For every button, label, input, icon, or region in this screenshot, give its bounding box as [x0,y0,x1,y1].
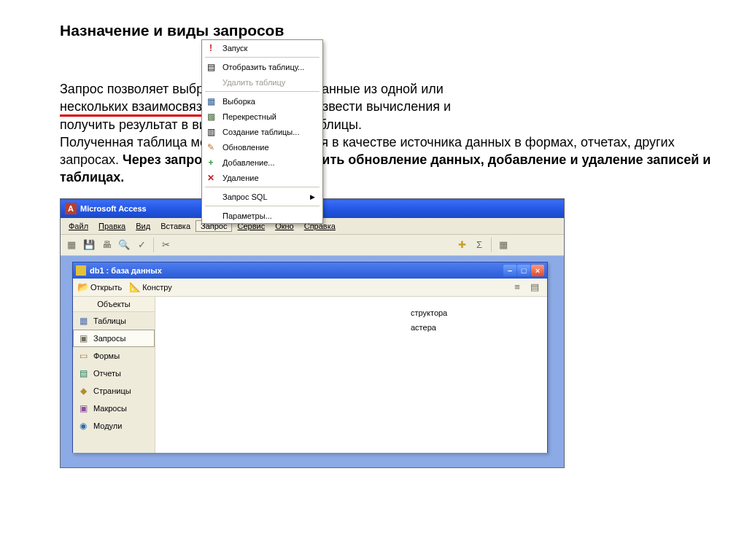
para-bold: Через запрос можно производить обновлени… [60,152,711,184]
dd-append[interactable]: + Добавление... [202,155,322,170]
dd-update[interactable]: ✎ Обновление [202,139,322,155]
reports-icon: ▤ [77,368,89,379]
design-label: Констру [142,283,172,292]
database-window: db1 : база данных – □ × 📂 Открыть 📐 Конс… [72,262,548,453]
db-icon [76,265,86,276]
tables-icon: ▦ [77,315,89,327]
db-pane: структора астера [155,297,547,453]
modules-icon: ◉ [77,420,89,432]
sidebar-item-pages[interactable]: ◆ Страницы [73,382,155,400]
close-button[interactable]: × [531,265,544,276]
sidebar-item-macros[interactable]: ▣ Макросы [73,400,155,417]
toolbar-preview-icon[interactable]: 🔍 [116,237,132,253]
make-table-icon: ▥ [205,126,217,138]
sidebar-item-reports[interactable]: ▤ Отчеты [73,365,155,382]
menu-view[interactable]: Вид [131,220,155,232]
maximize-button[interactable]: □ [517,265,530,276]
open-label: Открыть [90,283,122,292]
db-title-text: db1 : база данных [90,266,162,275]
show-table-icon: ▤ [205,61,217,73]
details-icon[interactable]: ▤ [527,279,543,295]
menu-insert[interactable]: Вставка [155,220,196,232]
design-button[interactable]: 📐 [129,279,141,295]
dd-sql[interactable]: Запрос SQL ▶ [202,189,322,204]
toolbar-view-icon[interactable]: ▦ [63,237,80,253]
list-icon[interactable]: ≡ [509,279,525,295]
query-dropdown: ! Запуск ▤ Отобразить таблицу... Удалить… [201,39,323,224]
update-icon: ✎ [205,141,217,153]
dd-make-table[interactable]: ▥ Создание таблицы... [202,124,322,139]
slide-heading: Назначение и виды запросов [60,22,718,39]
forms-icon: ▭ [77,350,89,362]
dd-params[interactable]: Параметры... [202,208,322,223]
sidebar-item-modules[interactable]: ◉ Модули [73,417,155,435]
pane-line-2[interactable]: астера [405,320,453,335]
pane-line-1[interactable]: структора [405,306,453,320]
toolbar-sigma-icon[interactable]: Σ [471,237,487,253]
app-icon: A [65,203,77,214]
dd-run[interactable]: ! Запуск [202,40,322,55]
open-button[interactable]: 📂 [77,279,89,295]
crosstab-icon: ▩ [205,111,217,122]
dd-del-table: Удалить таблицу [202,74,322,90]
sidebar-item-forms[interactable]: ▭ Формы [73,347,155,365]
menu-file[interactable]: Файл [63,220,93,232]
slide-body: Запрос позволяет выбрать необходимые дан… [60,80,718,187]
toolbar-save-icon[interactable]: 💾 [81,237,97,253]
toolbar-add-icon[interactable]: ✚ [454,237,470,253]
chevron-right-icon: ▶ [310,193,315,201]
dd-crosstab[interactable]: ▩ Перекрестный [202,109,322,124]
dd-show-table[interactable]: ▤ Отобразить таблицу... [202,59,322,74]
toolbar-spell-icon[interactable]: ✓ [133,237,150,253]
toolbar: ▦ 💾 🖶 🔍 ✓ ✂ ✚ Σ ▦ [61,235,564,256]
append-icon: + [205,157,217,168]
sidebar-head: Объекты [73,297,155,312]
toolbar-misc-icon[interactable]: ▦ [495,237,511,253]
dd-delete[interactable]: ✕ Удаление [202,170,322,185]
select-icon: ▦ [205,96,217,107]
queries-icon: ▣ [77,332,89,344]
menu-edit[interactable]: Правка [93,220,131,232]
toolbar-cut-icon[interactable]: ✂ [158,237,174,253]
db-sidebar: Объекты ▦ Таблицы ▣ Запросы ▭ Формы [73,297,155,453]
macros-icon: ▣ [77,402,89,414]
minimize-button[interactable]: – [503,265,516,276]
run-icon: ! [205,42,217,54]
delete-icon: ✕ [205,172,217,184]
mdi-workspace: db1 : база данных – □ × 📂 Открыть 📐 Конс… [61,256,564,467]
app-title: Microsoft Access [80,204,147,213]
db-titlebar: db1 : база данных – □ × [73,262,547,279]
sidebar-item-tables[interactable]: ▦ Таблицы [73,312,155,330]
access-window: A Microsoft Access Файл Правка Вид Встав… [60,198,565,468]
toolbar-print-icon[interactable]: 🖶 [98,237,115,253]
dd-select[interactable]: ▦ Выборка [202,93,322,109]
pages-icon: ◆ [77,385,89,397]
db-toolbar: 📂 Открыть 📐 Констру ≡ ▤ [73,279,547,297]
sidebar-item-queries[interactable]: ▣ Запросы [73,330,155,347]
